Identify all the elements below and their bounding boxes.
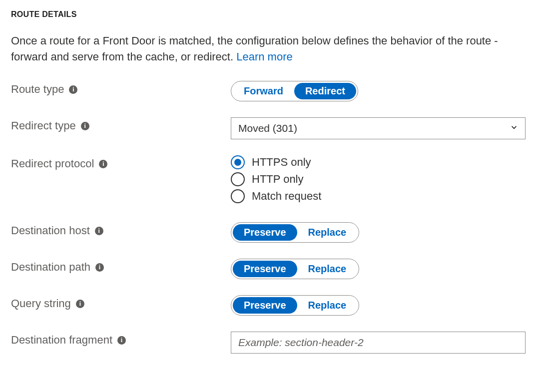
info-icon[interactable]: i bbox=[69, 85, 77, 94]
destination-host-toggle: Preserve Replace bbox=[231, 222, 359, 243]
info-icon[interactable]: i bbox=[81, 122, 89, 130]
redirect-protocol-label: Redirect protocol i bbox=[11, 155, 231, 170]
radio-icon bbox=[231, 155, 245, 169]
destination-host-label-text: Destination host bbox=[11, 224, 90, 237]
info-icon[interactable]: i bbox=[117, 336, 126, 345]
info-icon[interactable]: i bbox=[95, 227, 103, 235]
section-description: Once a route for a Front Door is matched… bbox=[11, 33, 526, 65]
destination-fragment-input[interactable] bbox=[231, 332, 526, 354]
redirect-type-label: Redirect type i bbox=[11, 117, 231, 132]
section-title: ROUTE DETAILS bbox=[11, 10, 530, 19]
route-type-label-text: Route type bbox=[11, 83, 64, 96]
query-string-replace[interactable]: Replace bbox=[297, 297, 358, 314]
redirect-type-label-text: Redirect type bbox=[11, 119, 76, 132]
query-string-label: Query string i bbox=[11, 295, 231, 310]
info-icon[interactable]: i bbox=[95, 263, 104, 272]
destination-host-replace[interactable]: Replace bbox=[297, 224, 358, 241]
redirect-protocol-match-label: Match request bbox=[252, 190, 321, 203]
destination-path-toggle: Preserve Replace bbox=[231, 259, 359, 279]
redirect-protocol-https-label: HTTPS only bbox=[252, 156, 311, 169]
radio-icon bbox=[231, 189, 245, 203]
query-string-label-text: Query string bbox=[11, 297, 71, 310]
redirect-protocol-https[interactable]: HTTPS only bbox=[231, 155, 530, 169]
redirect-protocol-label-text: Redirect protocol bbox=[11, 157, 94, 170]
route-type-label: Route type i bbox=[11, 81, 231, 96]
destination-fragment-label-text: Destination fragment bbox=[11, 334, 112, 347]
info-icon[interactable]: i bbox=[99, 160, 107, 168]
route-type-option-forward[interactable]: Forward bbox=[233, 83, 294, 99]
query-string-toggle: Preserve Replace bbox=[231, 295, 359, 316]
radio-icon bbox=[231, 172, 245, 186]
destination-path-label: Destination path i bbox=[11, 259, 231, 274]
destination-host-label: Destination host i bbox=[11, 222, 231, 237]
info-icon[interactable]: i bbox=[76, 300, 84, 308]
redirect-protocol-http-label: HTTP only bbox=[252, 173, 304, 186]
redirect-protocol-match[interactable]: Match request bbox=[231, 189, 530, 203]
redirect-type-select[interactable]: Moved (301) bbox=[231, 117, 526, 139]
destination-path-replace[interactable]: Replace bbox=[297, 261, 358, 277]
learn-more-link[interactable]: Learn more bbox=[236, 50, 293, 63]
destination-host-preserve[interactable]: Preserve bbox=[233, 224, 297, 241]
redirect-protocol-http[interactable]: HTTP only bbox=[231, 172, 530, 186]
destination-fragment-label: Destination fragment i bbox=[11, 332, 231, 347]
redirect-type-value: Moved (301) bbox=[238, 122, 297, 134]
query-string-preserve[interactable]: Preserve bbox=[233, 297, 297, 314]
destination-path-preserve[interactable]: Preserve bbox=[233, 261, 297, 277]
destination-path-label-text: Destination path bbox=[11, 261, 90, 274]
redirect-protocol-radiogroup: HTTPS only HTTP only Match request bbox=[231, 155, 530, 203]
route-type-option-redirect[interactable]: Redirect bbox=[294, 83, 356, 99]
route-type-toggle: Forward Redirect bbox=[231, 81, 358, 101]
